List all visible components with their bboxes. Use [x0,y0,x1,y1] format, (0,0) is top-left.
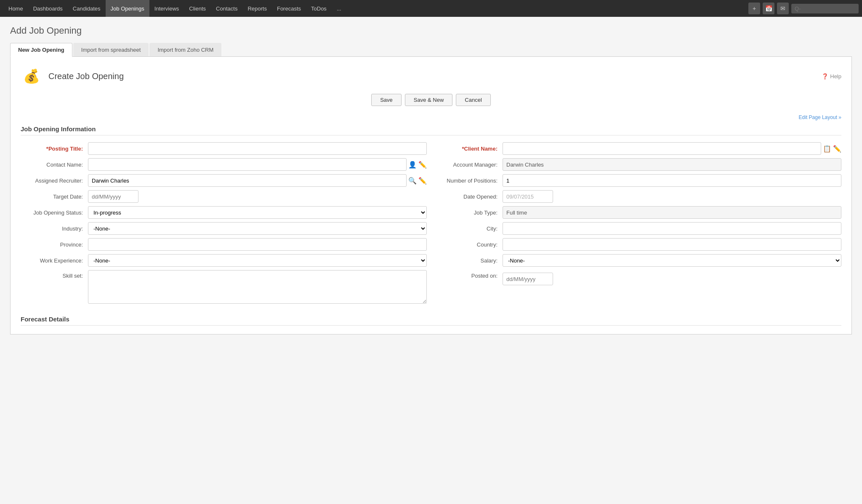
account-manager-row: Account Manager: [435,158,841,171]
save-button[interactable]: Save [371,94,402,106]
nav-reports[interactable]: Reports [242,0,272,17]
city-label: City: [435,225,503,232]
skill-set-textarea[interactable] [88,270,427,304]
job-type-row: Job Type: [435,206,841,219]
salary-label: Salary: [435,257,503,264]
tab-import-zoho[interactable]: Import from Zoho CRM [149,43,221,56]
client-lookup-icon[interactable]: 📋 [823,145,831,153]
assigned-recruiter-input[interactable] [88,174,407,187]
nav-interviews[interactable]: Interviews [149,0,184,17]
province-label: Province: [21,241,88,248]
nav-candidates[interactable]: Candidates [68,0,106,17]
job-type-label: Job Type: [435,210,503,216]
recruiter-edit-icon[interactable]: ✏️ [418,177,427,185]
posted-on-label: Posted on: [435,273,503,279]
nav-home[interactable]: Home [3,0,28,17]
client-edit-icon[interactable]: ✏️ [833,145,841,153]
client-name-input-group: 📋 ✏️ [503,142,841,155]
city-input[interactable] [503,222,841,235]
form-title: Create Job Opening [48,72,124,81]
job-opening-status-row: Job Opening Status: In-progress New On-H… [21,206,427,219]
account-manager-input[interactable] [503,158,841,171]
skill-set-label: Skill set: [21,270,88,279]
contact-name-label: Contact Name: [21,162,88,168]
assigned-recruiter-label: Assigned Recruiter: [21,178,88,184]
industry-row: Industry: -None- Technology Finance Heal… [21,222,427,235]
contact-edit-icon[interactable]: ✏️ [418,161,427,169]
contact-name-row: Contact Name: 👤 ✏️ [21,158,427,171]
job-opening-status-label: Job Opening Status: [21,210,88,216]
target-date-input[interactable] [88,190,138,203]
contact-name-input-group: 👤 ✏️ [88,158,427,171]
client-name-input[interactable] [503,142,821,155]
form-header: 💰 Create Job Opening ❓ Help [21,65,841,87]
right-column: *Client Name: 📋 ✏️ Account Manager: Numb… [435,142,841,307]
client-name-row: *Client Name: 📋 ✏️ [435,142,841,155]
nav-clients[interactable]: Clients [184,0,211,17]
posting-title-label: *Posting Title: [21,146,88,152]
tab-import-spreadsheet[interactable]: Import from spreadsheet [73,43,149,56]
save-new-button[interactable]: Save & New [405,94,453,106]
account-manager-label: Account Manager: [435,162,503,168]
assigned-recruiter-row: Assigned Recruiter: 🔍 ✏️ [21,174,427,187]
nav-todos[interactable]: ToDos [306,0,332,17]
skill-set-row: Skill set: [21,270,427,304]
help-button[interactable]: ❓ Help [822,73,841,80]
work-experience-row: Work Experience: -None- 0-1 year 1-3 yea… [21,254,427,267]
date-opened-input[interactable] [503,190,553,203]
nav-contacts[interactable]: Contacts [211,0,242,17]
mail-button[interactable]: ✉ [777,3,789,14]
recruiter-lookup-icon[interactable]: 🔍 [408,177,417,185]
industry-label: Industry: [21,225,88,232]
tab-new-job-opening[interactable]: New Job Opening [10,43,72,57]
forecast-section-header: Forecast Details [21,316,841,326]
action-buttons: Save Save & New Cancel [21,94,841,106]
posting-title-row: *Posting Title: [21,142,427,155]
search-input[interactable] [791,4,859,13]
content-panel: 💰 Create Job Opening ❓ Help Save Save & … [10,57,852,334]
contact-name-input[interactable] [88,158,407,171]
cancel-button[interactable]: Cancel [456,94,490,106]
country-label: Country: [435,241,503,248]
help-icon: ❓ [822,73,828,80]
city-row: City: [435,222,841,235]
add-button[interactable]: + [748,3,760,14]
work-experience-label: Work Experience: [21,257,88,264]
nav-job-openings[interactable]: Job Openings [106,0,149,17]
section-header: Job Opening Information [21,125,841,135]
posted-on-input[interactable] [503,273,553,285]
salary-select[interactable]: -None- 30k-50k 50k-80k 80k-100k 100k+ [503,254,841,267]
top-navigation: Home Dashboards Candidates Job Openings … [0,0,862,17]
help-label: Help [830,73,841,80]
target-date-label: Target Date: [21,194,88,200]
page-title: Add Job Opening [10,25,852,36]
job-type-input[interactable] [503,206,841,219]
country-row: Country: [435,238,841,251]
form-grid: *Posting Title: Contact Name: 👤 ✏️ Assig… [21,142,841,307]
industry-select[interactable]: -None- Technology Finance Healthcare [88,222,427,235]
posted-on-row: Posted on: [435,270,841,285]
salary-row: Salary: -None- 30k-50k 50k-80k 80k-100k … [435,254,841,267]
calendar-button[interactable]: 📅 [763,3,774,14]
province-row: Province: [21,238,427,251]
work-experience-select[interactable]: -None- 0-1 year 1-3 years 3-5 years 5+ y… [88,254,427,267]
contact-lookup-icon[interactable]: 👤 [408,161,417,169]
number-of-positions-input[interactable] [503,174,841,187]
nav-more[interactable]: ... [332,0,346,17]
province-input[interactable] [88,238,427,251]
left-column: *Posting Title: Contact Name: 👤 ✏️ Assig… [21,142,427,307]
edit-layout-link[interactable]: Edit Page Layout » [21,114,841,120]
nav-dashboards[interactable]: Dashboards [28,0,68,17]
client-name-label: *Client Name: [435,146,503,152]
date-opened-label: Date Opened: [435,194,503,200]
posting-title-input[interactable] [88,142,427,155]
date-opened-row: Date Opened: [435,190,841,203]
page-area: Add Job Opening New Job Opening Import f… [0,17,862,504]
tabs-bar: New Job Opening Import from spreadsheet … [10,43,852,57]
job-opening-status-select[interactable]: In-progress New On-Hold Closed [88,206,427,219]
target-date-row: Target Date: [21,190,427,203]
nav-forecasts[interactable]: Forecasts [272,0,306,17]
form-icon: 💰 [21,65,43,87]
nav-right-controls: + 📅 ✉ [748,3,859,14]
country-input[interactable] [503,238,841,251]
